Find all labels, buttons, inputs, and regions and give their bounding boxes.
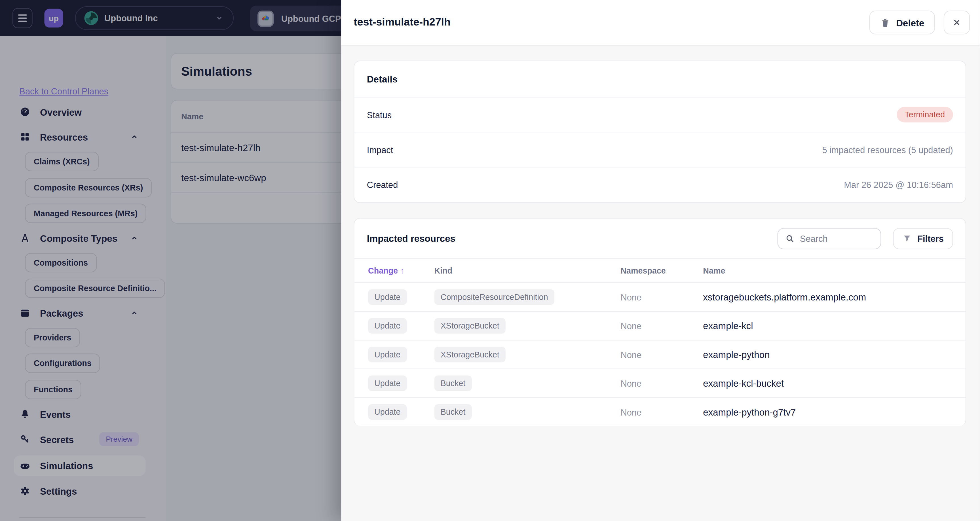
details-card: Details Status Terminated Impact 5 impac… bbox=[353, 61, 966, 203]
impacted-resources-card: Impacted resources Filters bbox=[353, 218, 966, 426]
created-value: Mar 26 2025 @ 10:16:56am bbox=[844, 180, 953, 190]
column-header-namespace: Namespace bbox=[620, 266, 703, 275]
impacted-resources-heading: Impacted resources bbox=[367, 233, 771, 243]
impacted-resources-table: Change ↑ Kind Namespace Name Update Comp… bbox=[355, 258, 966, 426]
drawer-body: Details Status Terminated Impact 5 impac… bbox=[341, 46, 980, 426]
search-icon bbox=[785, 233, 795, 243]
namespace-cell: None bbox=[620, 349, 703, 359]
kind-pill: CompositeResourceDefinition bbox=[434, 289, 554, 305]
column-header-kind: Kind bbox=[434, 266, 621, 275]
details-heading: Details bbox=[355, 61, 966, 97]
table-row: Update XStorageBucket None example-pytho… bbox=[355, 340, 966, 369]
change-pill: Update bbox=[368, 347, 407, 362]
status-row: Status Terminated bbox=[355, 97, 966, 132]
change-pill: Update bbox=[368, 289, 407, 305]
namespace-cell: None bbox=[620, 407, 703, 417]
table-row: Update CompositeResourceDefinition None … bbox=[355, 282, 966, 311]
app-window: up Upbound Inc bbox=[0, 0, 980, 521]
status-badge: Terminated bbox=[897, 107, 953, 122]
impact-row: Impact 5 impacted resources (5 updated) bbox=[355, 132, 966, 167]
drawer-backdrop[interactable] bbox=[0, 0, 341, 521]
namespace-cell: None bbox=[620, 378, 703, 388]
filters-button[interactable]: Filters bbox=[893, 228, 953, 249]
change-pill: Update bbox=[368, 404, 407, 420]
column-header-name: Name bbox=[703, 266, 966, 275]
column-header-change[interactable]: Change ↑ bbox=[355, 266, 434, 275]
sort-ascending-icon: ↑ bbox=[400, 266, 404, 275]
close-drawer-button[interactable] bbox=[944, 11, 970, 34]
table-row: Update Bucket None example-kcl-bucket bbox=[355, 369, 966, 397]
name-cell: example-kcl-bucket bbox=[703, 378, 966, 388]
name-cell: example-python-g7tv7 bbox=[703, 407, 966, 417]
created-row: Created Mar 26 2025 @ 10:16:56am bbox=[355, 168, 966, 202]
table-row: Update Bucket None example-python-g7tv7 bbox=[355, 397, 966, 426]
change-pill: Update bbox=[368, 318, 407, 334]
delete-button-label: Delete bbox=[896, 17, 924, 28]
name-cell: example-python bbox=[703, 349, 966, 360]
kind-pill: Bucket bbox=[434, 376, 472, 391]
impacted-resources-header: Impacted resources Filters bbox=[355, 219, 966, 258]
drawer-header: test-simulate-h27lh Delete bbox=[341, 0, 980, 46]
name-cell: xstoragebuckets.platform.example.com bbox=[703, 292, 966, 302]
search-input[interactable] bbox=[800, 233, 873, 243]
close-icon bbox=[951, 17, 962, 27]
simulation-detail-drawer: test-simulate-h27lh Delete Details bbox=[341, 0, 980, 521]
change-pill: Update bbox=[368, 376, 407, 391]
filters-button-label: Filters bbox=[917, 233, 944, 243]
table-header-row: Change ↑ Kind Namespace Name bbox=[355, 259, 966, 282]
drawer-title: test-simulate-h27lh bbox=[353, 16, 869, 29]
kind-pill: XStorageBucket bbox=[434, 347, 506, 362]
impact-label: Impact bbox=[367, 145, 393, 154]
filter-funnel-icon bbox=[902, 233, 912, 243]
namespace-cell: None bbox=[620, 321, 703, 331]
namespace-cell: None bbox=[620, 292, 703, 302]
status-label: Status bbox=[367, 110, 391, 120]
trash-icon bbox=[880, 17, 890, 28]
name-cell: example-kcl bbox=[703, 321, 966, 331]
delete-button[interactable]: Delete bbox=[869, 11, 935, 34]
search-field[interactable] bbox=[778, 228, 881, 249]
kind-pill: XStorageBucket bbox=[434, 318, 506, 334]
created-label: Created bbox=[367, 180, 398, 190]
impact-value: 5 impacted resources (5 updated) bbox=[822, 145, 953, 154]
kind-pill: Bucket bbox=[434, 404, 472, 420]
table-row: Update XStorageBucket None example-kcl bbox=[355, 311, 966, 340]
